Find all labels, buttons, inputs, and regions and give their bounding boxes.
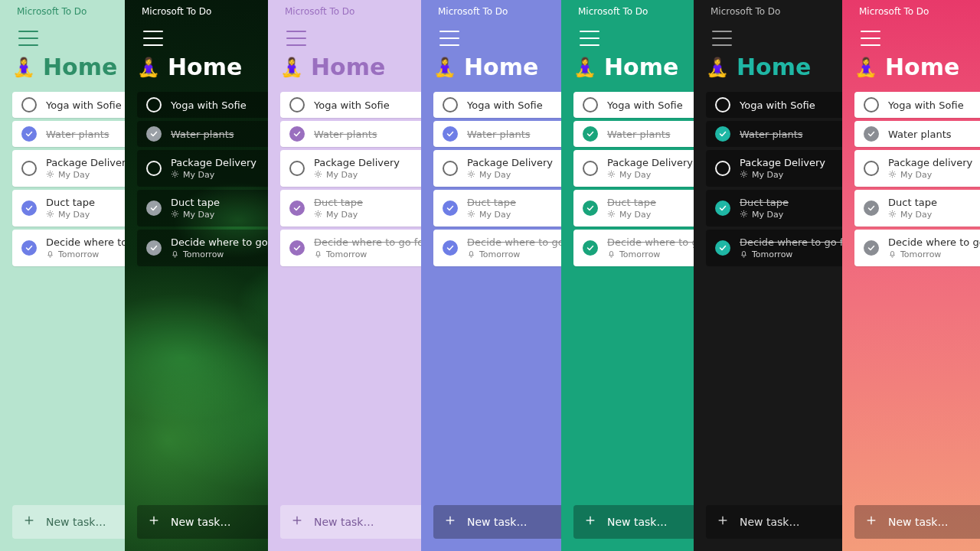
meta-my-day: My Day (740, 170, 825, 181)
task-checkbox[interactable] (21, 161, 37, 176)
hamburger-menu-icon[interactable] (712, 31, 732, 46)
list-heading[interactable]: 🧘‍♀️Home (12, 54, 117, 80)
list-emoji: 🧘‍♀️ (433, 58, 456, 77)
task-checkbox[interactable] (715, 126, 730, 142)
task-checkbox[interactable] (715, 240, 730, 256)
task-row[interactable]: Yoga with Sofie (706, 92, 842, 118)
list-heading[interactable]: 🧘‍♀️Home (280, 54, 385, 80)
task-checkbox[interactable] (289, 201, 305, 216)
task-checkbox[interactable] (443, 240, 458, 256)
task-checkbox[interactable] (583, 240, 598, 256)
task-row[interactable]: Decide where to go foTomorrow (137, 230, 268, 266)
add-task-button[interactable]: New task… (854, 505, 980, 539)
plus-icon (148, 514, 160, 530)
task-row[interactable]: Water plants (573, 121, 694, 147)
task-row[interactable]: Decide where to go foTomorrow (854, 230, 980, 266)
hamburger-menu-icon[interactable] (580, 31, 599, 46)
svg-line-88 (613, 171, 614, 172)
list-heading[interactable]: 🧘‍♀️Home (854, 54, 959, 80)
task-row[interactable]: Package DeliveryMy Day (433, 150, 561, 187)
svg-line-7 (47, 175, 48, 176)
task-row[interactable]: Duct tapeMy Day (12, 190, 125, 227)
task-checkbox[interactable] (21, 201, 37, 216)
task-checkbox[interactable] (715, 97, 730, 112)
task-checkbox[interactable] (583, 126, 598, 142)
add-task-button[interactable]: New task… (137, 505, 268, 539)
task-row[interactable]: Water plants (137, 121, 268, 147)
svg-line-6 (52, 175, 53, 176)
task-row[interactable]: Water plants (433, 121, 561, 147)
task-checkbox[interactable] (443, 161, 458, 176)
list-heading[interactable]: 🧘‍♀️Home (573, 54, 678, 80)
task-row[interactable]: Yoga with Sofie (137, 92, 268, 118)
task-row[interactable]: Yoga with Sofie (854, 92, 980, 118)
add-task-button[interactable]: New task… (573, 505, 694, 539)
task-row[interactable]: Decide where to go forTomorrow (280, 230, 421, 266)
task-checkbox[interactable] (443, 201, 458, 216)
task-row[interactable]: Duct tapeMy Day (280, 190, 421, 227)
task-list: Yoga with SofieWater plantsPackage Deliv… (12, 92, 125, 266)
task-row[interactable]: Package DeliveryMy Day (573, 150, 694, 187)
task-checkbox[interactable] (21, 240, 37, 256)
add-task-button[interactable]: New task… (706, 505, 842, 539)
task-checkbox[interactable] (289, 240, 305, 256)
task-checkbox[interactable] (289, 161, 305, 176)
hamburger-menu-icon[interactable] (18, 31, 38, 46)
task-checkbox[interactable] (146, 126, 162, 142)
task-row[interactable]: Water plants (854, 121, 980, 147)
task-checkbox[interactable] (864, 97, 879, 112)
list-title: Home (604, 54, 678, 80)
task-row[interactable]: Package DeliveryMy Day (12, 150, 125, 187)
task-checkbox[interactable] (583, 97, 598, 112)
add-task-button[interactable]: New task… (12, 505, 125, 539)
task-row[interactable]: Duct tapeMy Day (433, 190, 561, 227)
task-row[interactable]: Decide where to go foTomorrow (433, 230, 561, 266)
task-row[interactable]: Decide where to gTomorrow (12, 230, 125, 266)
hamburger-menu-icon[interactable] (861, 31, 880, 46)
task-row[interactable]: Water plants (12, 121, 125, 147)
task-checkbox[interactable] (583, 201, 598, 216)
list-heading[interactable]: 🧘‍♀️Home (137, 54, 242, 80)
task-checkbox[interactable] (21, 126, 37, 142)
task-row[interactable]: Package DeliveryMy Day (280, 150, 421, 187)
task-checkbox[interactable] (864, 126, 879, 142)
add-task-button[interactable]: New task… (433, 505, 561, 539)
task-checkbox[interactable] (715, 161, 730, 176)
task-checkbox[interactable] (146, 161, 162, 176)
task-checkbox[interactable] (289, 126, 305, 142)
hamburger-menu-icon[interactable] (439, 31, 459, 46)
task-row[interactable]: Package deliveryMy Day (854, 150, 980, 187)
hamburger-menu-icon[interactable] (143, 31, 163, 46)
task-row[interactable]: Package DeliveryMy Day (706, 150, 842, 187)
task-row[interactable]: Water plants (280, 121, 421, 147)
task-row[interactable]: Yoga with Sofie (12, 92, 125, 118)
task-row[interactable]: Duct tapeMy Day (573, 190, 694, 227)
svg-line-135 (894, 215, 895, 216)
task-checkbox[interactable] (864, 161, 879, 176)
task-row[interactable]: Decide where to go for thTomorrow (706, 230, 842, 266)
task-checkbox[interactable] (146, 201, 162, 216)
list-heading[interactable]: 🧘‍♀️Home (433, 54, 538, 80)
task-row[interactable]: Package DeliveryMy Day (137, 150, 268, 187)
task-checkbox[interactable] (864, 240, 879, 256)
task-checkbox[interactable] (289, 97, 305, 112)
task-row[interactable]: Yoga with Sofie (433, 92, 561, 118)
task-checkbox[interactable] (583, 161, 598, 176)
task-row[interactable]: Yoga with Sofie (573, 92, 694, 118)
list-heading[interactable]: 🧘‍♀️Home (706, 54, 811, 80)
task-checkbox[interactable] (443, 126, 458, 142)
task-checkbox[interactable] (443, 97, 458, 112)
task-row[interactable]: Yoga with Sofie (280, 92, 421, 118)
task-row[interactable]: Water plants (706, 121, 842, 147)
task-checkbox[interactable] (864, 201, 879, 216)
task-checkbox[interactable] (21, 97, 37, 112)
task-checkbox[interactable] (146, 97, 162, 112)
task-row[interactable]: Duct tapeMy Day (706, 190, 842, 227)
task-checkbox[interactable] (715, 201, 730, 216)
hamburger-menu-icon[interactable] (286, 31, 306, 46)
task-row[interactable]: Duct tapeMy Day (854, 190, 980, 227)
add-task-button[interactable]: New task… (280, 505, 421, 539)
task-checkbox[interactable] (146, 240, 162, 256)
task-row[interactable]: Decide where to go foTomorrow (573, 230, 694, 266)
task-row[interactable]: Duct tapeMy Day (137, 190, 268, 227)
